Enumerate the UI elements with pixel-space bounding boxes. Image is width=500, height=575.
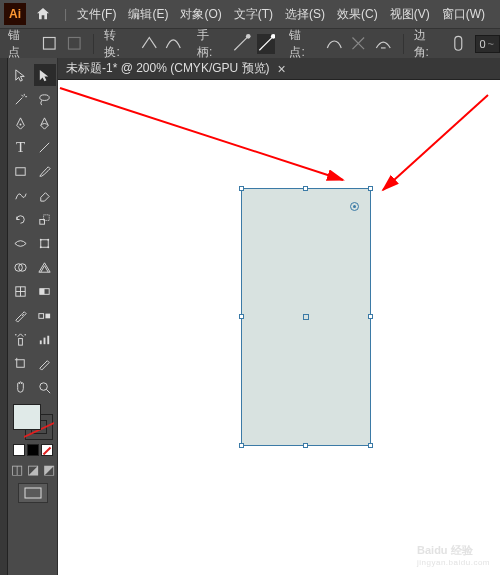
menu-effect[interactable]: 效果(C) xyxy=(331,6,384,23)
handle-bottom-left[interactable] xyxy=(239,443,244,448)
center-marker xyxy=(303,314,309,320)
draw-normal-icon[interactable]: ◫ xyxy=(11,462,23,477)
eraser-tool[interactable] xyxy=(34,184,56,206)
anchor-connect-icon[interactable] xyxy=(325,34,344,54)
screen-mode-icon[interactable] xyxy=(18,483,48,503)
svg-rect-31 xyxy=(40,340,42,344)
anchor-add-icon[interactable] xyxy=(40,34,59,54)
pen-tool[interactable] xyxy=(10,112,32,134)
column-graph-tool[interactable] xyxy=(34,328,56,350)
swatch-area: ◫ ◪ ◩ xyxy=(11,404,55,503)
separator xyxy=(93,34,94,54)
free-transform-tool[interactable] xyxy=(34,232,56,254)
menu-edit[interactable]: 编辑(E) xyxy=(122,6,174,23)
menu-object[interactable]: 对象(O) xyxy=(174,6,227,23)
gradient-mode-icon[interactable] xyxy=(27,444,39,456)
svg-point-17 xyxy=(40,246,42,248)
gradient-tool[interactable] xyxy=(34,280,56,302)
live-corner-widget[interactable] xyxy=(350,202,359,211)
lasso-tool[interactable] xyxy=(34,88,56,110)
none-mode-icon[interactable] xyxy=(41,444,53,456)
handle-middle-left[interactable] xyxy=(239,314,244,319)
fill-stroke-swatch[interactable] xyxy=(13,404,53,440)
svg-rect-34 xyxy=(17,359,25,367)
hand-tool[interactable] xyxy=(10,376,32,398)
separator: | xyxy=(64,7,67,21)
handle-top-right[interactable] xyxy=(368,186,373,191)
workspace: T xyxy=(0,58,500,575)
home-icon[interactable] xyxy=(32,3,54,25)
document-tab[interactable]: 未标题-1* @ 200% (CMYK/GPU 预览) × xyxy=(66,60,286,77)
handle-middle-right[interactable] xyxy=(368,314,373,319)
menu-bar: Ai | 文件(F) 编辑(E) 对象(O) 文字(T) 选择(S) 效果(C)… xyxy=(0,0,500,28)
handle-hide-icon[interactable] xyxy=(257,34,276,54)
close-icon[interactable]: × xyxy=(278,61,286,77)
symbol-sprayer-tool[interactable] xyxy=(10,328,32,350)
svg-point-30 xyxy=(24,334,26,336)
eyedropper-tool[interactable] xyxy=(10,304,32,326)
svg-point-5 xyxy=(271,34,276,39)
rotate-tool[interactable] xyxy=(10,208,32,230)
selection-tool[interactable] xyxy=(10,64,32,86)
handle-top-middle[interactable] xyxy=(303,186,308,191)
menu-file[interactable]: 文件(F) xyxy=(71,6,122,23)
direct-selection-tool[interactable] xyxy=(34,64,56,86)
zoom-tool[interactable] xyxy=(34,376,56,398)
draw-inside-icon[interactable]: ◩ xyxy=(43,462,55,477)
canvas[interactable]: Baidu 经验 jingyan.baidu.com xyxy=(58,80,500,575)
svg-line-10 xyxy=(40,142,49,151)
selected-rectangle[interactable] xyxy=(241,188,371,446)
anchor-cut-icon[interactable] xyxy=(349,34,368,54)
perspective-grid-tool[interactable] xyxy=(34,256,56,278)
draw-behind-icon[interactable]: ◪ xyxy=(27,462,39,477)
handle-bottom-right[interactable] xyxy=(368,443,373,448)
corner-link-icon[interactable] xyxy=(449,34,468,54)
svg-point-15 xyxy=(40,238,42,240)
anchor-join-icon[interactable] xyxy=(374,34,393,54)
scale-tool[interactable] xyxy=(34,208,56,230)
handle-bottom-middle[interactable] xyxy=(303,443,308,448)
svg-point-3 xyxy=(246,34,251,39)
menu-view[interactable]: 视图(V) xyxy=(384,6,436,23)
corner-radius-input[interactable]: 0 xyxy=(475,35,500,53)
slice-tool[interactable] xyxy=(34,352,56,374)
rectangle-tool[interactable] xyxy=(10,160,32,182)
shaper-tool[interactable] xyxy=(10,184,32,206)
svg-rect-28 xyxy=(19,338,23,345)
svg-point-37 xyxy=(40,382,48,390)
panel-strip[interactable] xyxy=(0,58,8,575)
app-logo: Ai xyxy=(4,3,26,25)
watermark: Baidu 经验 jingyan.baidu.com xyxy=(417,543,490,567)
handle-show-icon[interactable] xyxy=(232,34,251,54)
menu-type[interactable]: 文字(T) xyxy=(228,6,279,23)
svg-point-18 xyxy=(47,246,49,248)
mesh-tool[interactable] xyxy=(10,280,32,302)
color-mode-icon[interactable] xyxy=(13,444,25,456)
curvature-tool[interactable] xyxy=(34,112,56,134)
convert-corner-icon[interactable] xyxy=(140,34,159,54)
convert-label: 转换: xyxy=(104,27,129,61)
svg-rect-25 xyxy=(40,288,45,294)
handle-top-left[interactable] xyxy=(239,186,244,191)
menu-window[interactable]: 窗口(W) xyxy=(436,6,491,23)
tab-label: 未标题-1* @ 200% (CMYK/GPU 预览) xyxy=(66,60,270,77)
menu-select[interactable]: 选择(S) xyxy=(279,6,331,23)
shape-builder-tool[interactable] xyxy=(10,256,32,278)
artboard-tool[interactable] xyxy=(10,352,32,374)
anchor-remove-icon[interactable] xyxy=(65,34,84,54)
svg-rect-32 xyxy=(44,337,46,344)
svg-rect-7 xyxy=(455,37,462,51)
paintbrush-tool[interactable] xyxy=(34,160,56,182)
magic-wand-tool[interactable] xyxy=(10,88,32,110)
blend-tool[interactable] xyxy=(34,304,56,326)
separator xyxy=(403,34,404,54)
svg-line-41 xyxy=(383,95,488,190)
svg-rect-39 xyxy=(25,488,41,498)
type-tool[interactable]: T xyxy=(10,136,32,158)
convert-smooth-icon[interactable] xyxy=(164,34,183,54)
line-segment-tool[interactable] xyxy=(34,136,56,158)
svg-point-8 xyxy=(40,94,49,100)
fill-swatch[interactable] xyxy=(13,404,41,430)
width-tool[interactable] xyxy=(10,232,32,254)
svg-rect-11 xyxy=(16,167,25,175)
